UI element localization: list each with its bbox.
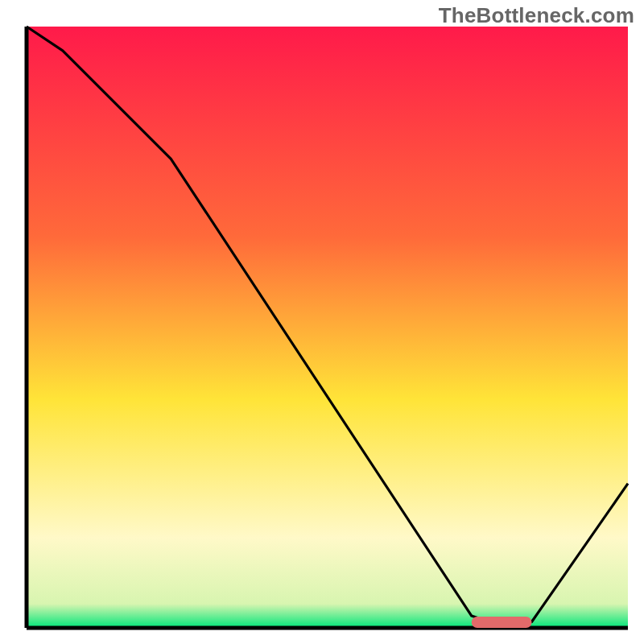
bottleneck-curve-chart [0, 0, 644, 644]
optimal-range-marker [472, 617, 532, 628]
chart-container: TheBottleneck.com [0, 0, 644, 644]
gradient-background [27, 27, 628, 628]
